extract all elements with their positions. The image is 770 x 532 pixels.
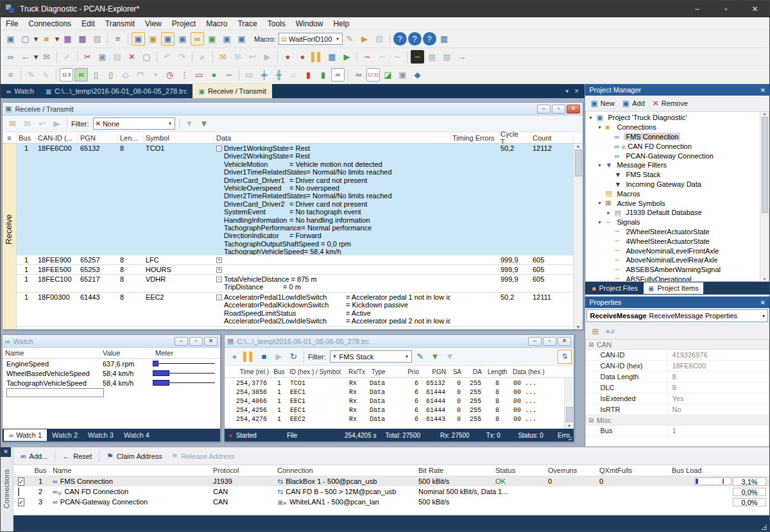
column-header-type[interactable]: Type xyxy=(370,368,402,375)
property-row[interactable]: IsRTRNo xyxy=(586,404,769,415)
property-row[interactable]: Data Length8 xyxy=(586,372,769,382)
run-mode-icon[interactable]: ϟ xyxy=(39,68,53,82)
collapse-icon[interactable]: - xyxy=(216,146,222,151)
menu-edit[interactable]: Edit xyxy=(76,17,100,30)
disconnect-icon[interactable]: ← xyxy=(19,50,32,64)
open-file-dropdown-icon[interactable]: ▾ xyxy=(55,32,60,46)
message-filter-combobox[interactable]: ✕ None ▾ xyxy=(93,117,175,130)
column-header-bus[interactable]: Bus xyxy=(271,368,287,375)
filter-edit-icon[interactable]: ✎ xyxy=(414,350,427,363)
reset-button[interactable]: ←Reset xyxy=(58,450,96,462)
new-message-icon[interactable]: ✉ xyxy=(6,117,19,130)
column-header-value[interactable]: Value xyxy=(100,348,153,358)
line-chart-disabled2-icon[interactable]: ∼ xyxy=(390,50,404,64)
tree-item-project[interactable]: ▾▣Project 'Truck Diagnostic' xyxy=(586,113,769,123)
transmit-icon[interactable]: ▶ xyxy=(50,117,64,130)
column-header-meter[interactable]: Meter xyxy=(153,348,220,358)
help-icon[interactable]: ? xyxy=(393,32,407,46)
image-list-icon[interactable]: ▣ xyxy=(396,68,409,82)
tree-item-pcan-gateway-connection[interactable]: ∞PCAN-Gateway Connection xyxy=(586,151,769,160)
menu-view[interactable]: View xyxy=(140,17,167,30)
categorized-icon[interactable]: ⊞ xyxy=(588,325,602,338)
stop-icon[interactable]: ■ xyxy=(257,350,271,363)
minimize-icon[interactable]: – xyxy=(175,337,188,346)
page-setup-icon[interactable]: ▣ xyxy=(4,32,17,46)
tree-item-macros[interactable]: ▤Macros xyxy=(586,189,769,198)
tree-item-j1939-database[interactable]: ▸▤J1939 Default Database xyxy=(586,208,769,218)
collapse-icon[interactable]: - xyxy=(216,277,222,282)
window-receive-transmit-icon[interactable]: ▣ xyxy=(132,32,145,46)
maximize-icon[interactable]: ▫ xyxy=(712,1,740,17)
menu-macro[interactable]: Macro xyxy=(201,17,232,30)
property-row[interactable]: DLC8 xyxy=(586,382,769,393)
table-row[interactable]: 1 18FE6C00 65132 8 TCO1 -Driver1WorkingS… xyxy=(17,144,573,255)
auto-scroll-button[interactable]: ⇅ xyxy=(558,350,572,364)
column-header-length[interactable]: Length xyxy=(484,368,511,375)
window-connections-icon[interactable]: ▣ xyxy=(161,32,175,46)
help-lock-icon[interactable]: ? xyxy=(423,32,436,46)
apply-icon[interactable]: ✓ xyxy=(60,50,74,64)
new-message-icon[interactable]: ✉ xyxy=(216,50,230,64)
scroll-down-icon[interactable]: ▼ xyxy=(763,277,767,281)
pause-icon[interactable]: ▌▌ xyxy=(311,50,324,64)
brightness-icon[interactable]: ☼ xyxy=(287,68,300,82)
column-header-bus[interactable]: Bus xyxy=(30,467,51,474)
tree-item-signal[interactable]: ∼4WheelSteerActuatorState xyxy=(586,236,769,246)
resize-grip[interactable] xyxy=(761,524,767,531)
tree-item-signal[interactable]: ∼AboveNominalLevelRearAxle xyxy=(586,255,769,265)
receive-transmit-titlebar[interactable]: ▣ Receive / Transmit – ▫ ✕ xyxy=(3,103,583,116)
undo-icon[interactable]: ↶ xyxy=(160,50,174,64)
digital-clock-icon[interactable]: 12:31 xyxy=(366,68,380,82)
tab-list-dropdown-icon[interactable]: ▾ xyxy=(565,88,569,94)
row-selector-icon[interactable]: ≡ xyxy=(3,132,17,143)
macro-edit-icon[interactable]: ✎ xyxy=(343,32,357,46)
line-chart-icon[interactable]: ∼ xyxy=(361,50,374,64)
checkbox[interactable]: ✓ xyxy=(18,477,24,486)
tab-watch-2[interactable]: Watch 2 xyxy=(47,429,83,441)
transmit-message-icon[interactable]: ▶ xyxy=(261,50,274,64)
column-header-symbol[interactable]: Symbol xyxy=(144,132,214,143)
new-file-icon[interactable]: ▢ xyxy=(19,32,32,46)
font-icon[interactable]: Aa xyxy=(352,68,365,82)
record-icon[interactable]: ● xyxy=(296,50,309,64)
property-row[interactable]: CAN-ID (hex)18FE6C00 xyxy=(586,361,769,372)
macro-record-icon[interactable]: ▤ xyxy=(373,32,386,46)
collapse-icon[interactable]: ⊟ xyxy=(588,341,594,348)
column-header-bitrate[interactable]: Bit Rate xyxy=(416,467,493,474)
marquee-display-icon[interactable]: ▭ xyxy=(193,68,206,82)
column-header-connection[interactable]: Connection xyxy=(275,467,416,474)
tab-receive-transmit[interactable]: ▣ Receive / Transmit xyxy=(193,84,272,98)
tab-watch-3[interactable]: Watch 3 xyxy=(83,429,119,441)
scroll-up-icon[interactable]: ▲ xyxy=(763,112,767,116)
menu-connections[interactable]: Connections xyxy=(23,17,76,30)
slider-horizontal-icon[interactable]: ╫ xyxy=(272,68,286,82)
column-header-timing-errors[interactable]: Timing Errors xyxy=(450,132,499,143)
paste-icon[interactable]: ▤ xyxy=(110,50,124,64)
tab-watch[interactable]: ∞ Watch xyxy=(1,84,40,98)
scrollbar-thumb[interactable] xyxy=(566,407,573,422)
collapse-icon[interactable]: ⊟ xyxy=(588,417,594,424)
find-icon[interactable]: ⌕ xyxy=(196,50,209,64)
numeric-display-icon[interactable]: 11.5 xyxy=(60,68,73,82)
window-symbols-icon[interactable]: ▣ xyxy=(205,32,219,46)
vertical-scrollbar[interactable]: ▲ ▼ xyxy=(573,144,583,329)
copy-icon[interactable]: ▣ xyxy=(96,50,109,64)
print-icon[interactable]: ▤ xyxy=(90,32,104,46)
play-icon[interactable]: ▶ xyxy=(272,350,286,363)
table-row[interactable]: 1 18FEE900 65257 8 LFC + 999,9 605 xyxy=(17,255,573,265)
pause-icon[interactable]: ▌▌ xyxy=(243,350,256,363)
checkbox[interactable]: ✓ xyxy=(18,498,24,506)
close-icon[interactable]: ✕ xyxy=(1,447,11,457)
tab-close-icon[interactable]: ✕ xyxy=(574,88,579,94)
gauge-semicircle-icon[interactable]: ◠ xyxy=(133,68,147,82)
panel-toggle-icon[interactable]: ≡ xyxy=(4,68,17,82)
close-icon[interactable]: ✕ xyxy=(204,337,218,346)
slider-vertical-icon[interactable]: ⋮ xyxy=(178,68,191,82)
property-row[interactable]: IsExtendedYes xyxy=(586,393,769,404)
column-header-protocol[interactable]: Protocol xyxy=(211,467,275,474)
restore-icon[interactable]: ▫ xyxy=(189,337,203,346)
table-row[interactable]: TachographVehicleSpeed 58,4 km/h xyxy=(3,378,220,388)
close-icon[interactable]: ✕ xyxy=(760,299,766,306)
tree-item-fms-connection[interactable]: ∞FMS Connection xyxy=(586,132,769,142)
open-file-icon[interactable]: ■ xyxy=(40,32,53,46)
